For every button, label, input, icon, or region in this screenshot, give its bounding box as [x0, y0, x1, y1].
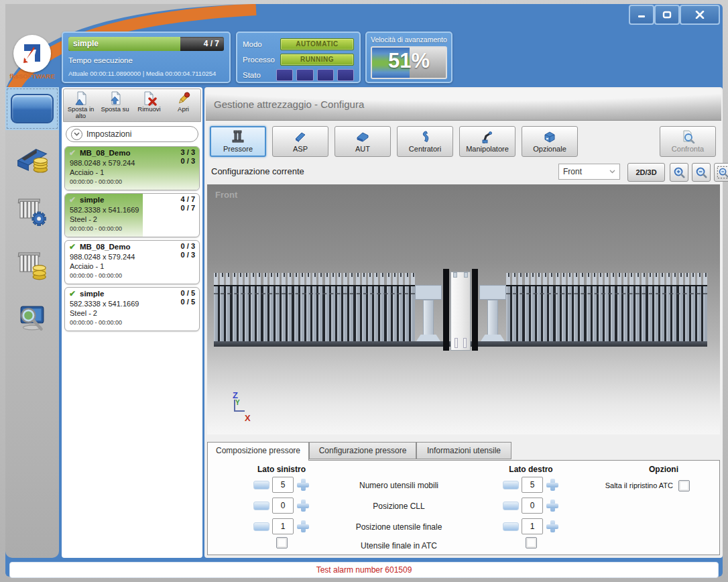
tool-row-left — [214, 273, 415, 341]
job-card[interactable]: ✔ simple 4 / 70 / 7 582.3338 x 541.1669 … — [64, 193, 200, 237]
job-cards: ✔ MB_08_Demo 3 / 30 / 3 988.0248 x 579.2… — [64, 146, 200, 331]
2d3d-toggle-button[interactable]: 2D/3D — [627, 163, 665, 182]
job-card[interactable]: ✔ MB_08_Demo 3 / 30 / 3 988.0248 x 579.2… — [64, 146, 200, 190]
job-card[interactable]: ✔ simple 0 / 50 / 5 582.3338 x 541.1669 … — [64, 287, 200, 331]
support-left — [415, 273, 442, 347]
numero-utensili-right-input[interactable]: 5 — [522, 477, 543, 493]
sidebar-item-diagnostics[interactable] — [14, 300, 50, 337]
tab-pressore[interactable]: Pressore — [210, 126, 266, 157]
configurazione-corrente-label: Configurazione corrente — [211, 166, 304, 176]
view-select[interactable]: Front — [558, 164, 620, 180]
move-top-icon — [74, 91, 88, 106]
stato-indicator-4 — [337, 69, 354, 81]
pressore-icon — [231, 130, 245, 143]
job-card[interactable]: ✔ MB_08_Demo 0 / 30 / 3 988.0248 x 579.2… — [64, 240, 200, 284]
impostazioni-expander[interactable]: Impostazioni — [66, 126, 198, 142]
sposta-su-button[interactable]: Sposta su — [99, 89, 131, 121]
centratori-icon — [418, 130, 432, 143]
machine-viewport[interactable]: Front — [207, 184, 720, 434]
view-select-value: Front — [563, 167, 582, 176]
check-icon: ✔ — [69, 289, 76, 298]
axis-x-label: X — [245, 413, 251, 423]
increment-button[interactable] — [296, 478, 310, 491]
posizione-utensile-finale-right-input[interactable]: 1 — [522, 518, 543, 534]
pressore-composition-form: Lato sinistro Lato destro Opzioni 5 Nume… — [207, 460, 720, 555]
tab-aut[interactable]: AUT — [335, 126, 391, 157]
utensile-finale-atc-right-checkbox[interactable] — [526, 537, 537, 548]
close-icon — [695, 11, 705, 19]
confronta-button[interactable]: Confronta — [660, 126, 716, 157]
decrement-button[interactable] — [253, 481, 269, 489]
posizione-cll-left-input[interactable]: 0 — [272, 498, 294, 514]
maximize-icon — [662, 11, 672, 19]
job-toolbar: Sposta in alto Sposta su Rimuovi — [63, 89, 201, 122]
zoom-fit-button[interactable] — [714, 163, 728, 182]
sidebar-item-rack-database[interactable] — [14, 247, 50, 283]
chevron-down-icon — [609, 170, 615, 174]
posizione-utensile-finale-left-input[interactable]: 1 — [272, 518, 294, 534]
numero-utensili-left-input[interactable]: 5 — [272, 477, 294, 493]
sidebar-item-tool-database[interactable] — [14, 139, 50, 176]
numero-utensili-label: Numero utensili mobili — [322, 477, 476, 494]
feed-rate-panel: Velocità di avanzamento 51% — [365, 32, 452, 83]
stato-label: Stato — [243, 71, 276, 79]
apri-button[interactable]: Apri — [168, 89, 200, 121]
tab-asp[interactable]: ASP — [272, 126, 328, 157]
rimuovi-button[interactable]: Rimuovi — [133, 89, 166, 121]
decrement-button[interactable] — [503, 522, 519, 531]
tab-manipolatore[interactable]: Manipolatore — [459, 126, 515, 157]
decrement-button[interactable] — [503, 481, 519, 489]
chevron-down-icon — [71, 129, 82, 140]
decrement-button[interactable] — [253, 502, 269, 510]
sidebar-item-rack-setup[interactable] — [14, 193, 50, 229]
opzionale-icon — [542, 130, 557, 143]
alarm-status-bar: Test alarm number 601509 — [9, 562, 719, 578]
zoom-fit-icon — [717, 166, 728, 179]
increment-button[interactable] — [546, 520, 559, 533]
increment-button[interactable] — [296, 499, 310, 512]
sidebar-selected-zone — [5, 87, 59, 130]
close-button[interactable] — [680, 5, 720, 25]
tab-opzionale[interactable]: Opzionale — [522, 126, 578, 157]
guide-column-left — [443, 269, 449, 351]
minimize-button[interactable] — [629, 5, 654, 25]
minimize-icon — [637, 11, 646, 19]
tab-composizione-pressore[interactable]: Composizione pressore — [207, 442, 309, 461]
decrement-button[interactable] — [503, 502, 519, 510]
processo-label: Processo — [243, 56, 280, 64]
utensile-finale-atc-left-checkbox[interactable] — [276, 537, 288, 548]
stato-indicator-1 — [276, 69, 293, 81]
aut-icon — [355, 130, 370, 143]
zoom-out-button[interactable] — [692, 163, 711, 182]
sidebar-item-overview[interactable] — [11, 94, 54, 123]
opzioni-header: Opzioni — [617, 465, 711, 474]
posizione-cll-right-input[interactable]: 0 — [522, 498, 543, 514]
feed-rate-label: Velocità di avanzamento — [371, 36, 447, 44]
atc-center-unit — [415, 273, 506, 347]
lato-destro-header: Lato destro — [499, 465, 563, 474]
sidebar-focus-outline — [7, 89, 58, 129]
increment-button[interactable] — [546, 499, 559, 512]
salta-ripristino-atc-label: Salta il ripristino ATC — [605, 481, 673, 489]
tab-configurazione-pressore[interactable]: Configurazione pressore — [309, 442, 416, 459]
application-window: fksSOFTWARE simple 4 / 7 Tempo esecuzion… — [0, 0, 728, 582]
database-icon — [34, 158, 47, 172]
tool-row-right — [506, 273, 707, 341]
database-icon — [33, 266, 46, 280]
decrement-button[interactable] — [253, 522, 269, 531]
support-right — [479, 273, 506, 347]
sposta-in-alto-button[interactable]: Sposta in alto — [65, 89, 97, 121]
execution-time-detail: Attuale 00:00:11.0890000 | Media 00:00:0… — [68, 70, 224, 77]
lato-sinistro-header: Lato sinistro — [249, 465, 314, 474]
maximize-button[interactable] — [654, 5, 680, 25]
zoom-in-button[interactable] — [670, 163, 688, 182]
zoom-in-icon — [672, 166, 686, 179]
increment-button[interactable] — [546, 478, 559, 491]
tab-informazioni-utensile[interactable]: Informazioni utensile — [416, 442, 511, 459]
guide-column-right — [472, 269, 478, 351]
tab-centratori[interactable]: Centratori — [397, 126, 453, 157]
brand-logo — [13, 35, 51, 72]
increment-button[interactable] — [296, 520, 310, 533]
posizione-cll-label: Posizione CLL — [322, 498, 476, 515]
salta-ripristino-atc-checkbox[interactable] — [678, 480, 690, 491]
